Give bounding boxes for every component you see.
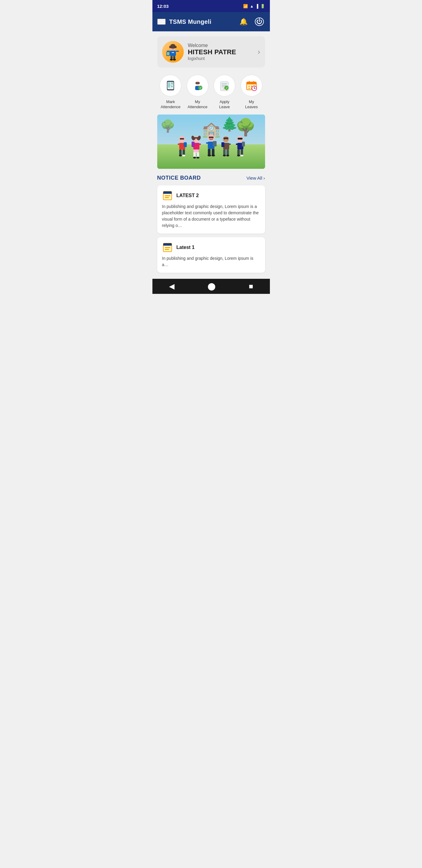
welcome-text: Welcome HITESH PATRE logixhunt xyxy=(188,43,236,61)
power-button[interactable]: ⏻ xyxy=(254,16,265,27)
svg-point-89 xyxy=(196,157,199,158)
svg-point-125 xyxy=(240,155,244,156)
action-mark-attendence-label: MarkAttendence xyxy=(161,99,181,110)
svg-text:✓: ✓ xyxy=(226,87,228,90)
svg-point-76 xyxy=(180,138,181,140)
svg-rect-26 xyxy=(172,83,172,84)
notification-button[interactable]: 🔔 xyxy=(238,17,249,27)
signal-icon: ▐ xyxy=(255,4,258,8)
svg-point-41 xyxy=(198,83,199,84)
welcome-greeting: Welcome xyxy=(188,43,236,48)
svg-rect-98 xyxy=(208,149,210,156)
svg-point-74 xyxy=(182,155,185,156)
welcome-name: HITESH PATRE xyxy=(188,48,236,56)
notice-icon-1 xyxy=(162,190,173,201)
view-all-button[interactable]: View All › xyxy=(247,176,265,181)
svg-point-104 xyxy=(212,137,213,138)
notice-header: NOTICE BOARD View All › xyxy=(157,175,265,181)
action-apply-leave-label: ApplyLeave xyxy=(219,99,230,110)
svg-rect-34 xyxy=(170,85,170,85)
svg-rect-5 xyxy=(172,52,174,53)
action-my-leaves-label: MyLeaves xyxy=(245,99,258,110)
action-apply-leave[interactable]: ✓ ApplyLeave xyxy=(213,75,236,110)
svg-rect-133 xyxy=(165,197,169,198)
svg-point-124 xyxy=(237,155,240,156)
svg-point-128 xyxy=(241,138,241,140)
svg-rect-99 xyxy=(212,149,215,156)
svg-rect-27 xyxy=(169,86,169,87)
notice-card-1-title: LATEST 2 xyxy=(176,193,199,198)
svg-point-88 xyxy=(193,157,196,158)
svg-rect-29 xyxy=(172,86,172,86)
svg-rect-120 xyxy=(236,144,239,145)
svg-rect-114 xyxy=(221,142,224,147)
quick-actions: MarkAttendence ✓ MyAttendence xyxy=(153,72,270,115)
svg-point-65 xyxy=(254,88,255,89)
svg-rect-106 xyxy=(224,137,228,139)
svg-point-112 xyxy=(223,155,226,156)
app-bar: TSMS Mungeli 🔔 ⏻ xyxy=(153,12,270,31)
svg-point-58 xyxy=(251,86,252,87)
action-my-attendence[interactable]: ✓ MyAttendence xyxy=(186,75,209,110)
svg-point-40 xyxy=(196,83,197,84)
notice-card-1[interactable]: LATEST 2 In publishing and graphic desig… xyxy=(157,185,265,234)
action-my-attendence-icon: ✓ xyxy=(187,75,208,96)
nav-recents-button[interactable]: ■ xyxy=(243,280,259,293)
svg-point-92 xyxy=(197,138,198,140)
app-bar-actions: 🔔 ⏻ xyxy=(238,16,265,27)
wifi-icon: ▲ xyxy=(250,4,254,8)
chevron-right-icon: › xyxy=(258,48,260,56)
svg-rect-36 xyxy=(195,82,200,84)
action-my-attendence-label: MyAttendence xyxy=(188,99,207,110)
svg-rect-90 xyxy=(192,142,195,147)
svg-rect-131 xyxy=(163,193,172,194)
svg-rect-54 xyxy=(247,84,256,84)
battery-icon: 🔋 xyxy=(260,4,265,8)
welcome-card-left: ✓ Welcome HITESH PATRE logixhunt xyxy=(162,41,236,63)
svg-point-115 xyxy=(224,138,225,140)
svg-point-77 xyxy=(183,138,184,140)
svg-rect-118 xyxy=(238,138,242,140)
svg-rect-69 xyxy=(178,144,181,145)
svg-rect-33 xyxy=(169,85,170,85)
svg-point-113 xyxy=(226,155,229,156)
svg-point-105 xyxy=(223,136,229,142)
bottom-navigation: ◀ ⬤ ■ xyxy=(153,279,270,294)
power-icon: ⏻ xyxy=(255,18,264,26)
bell-icon: 🔔 xyxy=(239,18,248,25)
svg-point-127 xyxy=(238,138,239,140)
notice-card-2[interactable]: Latest 1 In publishing and graphic desig… xyxy=(157,237,265,273)
action-apply-leave-icon: ✓ xyxy=(214,75,235,96)
svg-rect-45 xyxy=(222,85,226,86)
banner-image: 🌳 🌲 🌳 🏫 xyxy=(157,115,265,169)
svg-rect-7 xyxy=(176,51,179,52)
svg-point-73 xyxy=(179,155,182,156)
hamburger-menu-button[interactable] xyxy=(157,19,166,25)
svg-text:✓: ✓ xyxy=(167,53,169,55)
svg-point-60 xyxy=(249,88,250,89)
welcome-card[interactable]: ✓ Welcome HITESH PATRE logixhunt › xyxy=(157,36,265,67)
notice-card-1-body: In publishing and graphic design, Lorem … xyxy=(162,204,260,229)
status-bar: 12:03 📶 ▲ ▐ 🔋 xyxy=(153,0,270,12)
chevron-right-view-all-icon: › xyxy=(264,176,265,181)
welcome-username: logixhunt xyxy=(188,56,236,61)
svg-point-13 xyxy=(170,59,173,61)
nav-back-button[interactable]: ◀ xyxy=(163,280,181,293)
svg-point-15 xyxy=(171,47,172,48)
svg-rect-44 xyxy=(222,84,227,84)
action-mark-attendence-icon xyxy=(160,75,181,96)
notice-icon-2 xyxy=(162,242,173,253)
notice-card-2-body: In publishing and graphic design, Lorem … xyxy=(162,255,260,268)
svg-point-100 xyxy=(207,155,211,156)
svg-rect-84 xyxy=(198,144,201,145)
action-my-leaves[interactable]: MyLeaves xyxy=(239,75,264,110)
app-title: TSMS Mungeli xyxy=(169,19,212,25)
svg-rect-25 xyxy=(169,83,169,84)
action-mark-attendence[interactable]: MarkAttendence xyxy=(158,75,183,110)
svg-point-16 xyxy=(173,47,174,48)
nav-home-button[interactable]: ⬤ xyxy=(201,280,222,293)
action-my-leaves-icon xyxy=(241,75,262,96)
svg-rect-102 xyxy=(213,141,217,147)
sim-icon: 📶 xyxy=(243,4,248,8)
notice-board-title: NOTICE BOARD xyxy=(157,175,201,181)
